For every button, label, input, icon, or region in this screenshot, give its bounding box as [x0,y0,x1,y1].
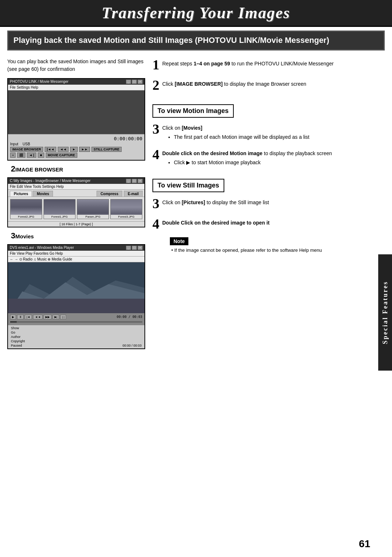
maximize-btn-2[interactable]: □ [132,179,137,183]
wmp-play-btn[interactable]: ▶ [10,315,16,319]
step-4-motion-text: Double click on the desired Motion image… [162,148,332,166]
rewind-start-btn[interactable]: |◄◄ [45,147,56,152]
step2-inline: 2 [11,164,15,173]
thumbnail-2[interactable]: Forest1.JPG [44,199,75,219]
rewind-btn[interactable]: ◄◄ [58,147,69,152]
wmp-stop-btn[interactable]: | | [60,315,66,319]
thumbnail-4[interactable]: Forest3.JPG [110,199,142,219]
sub-header: Playing back the saved Motion and Still … [7,31,385,51]
screenshot1-menu: File Settings Help [8,85,144,90]
minimize-btn[interactable]: _ [126,80,131,84]
wmp-menu-items: Show Go Author Copyright Paused 00:00 / … [8,325,144,348]
step-4-motion-label: Double click on the desired Motion image… [162,150,332,156]
thumbnail-1-label: Forest2.JPG [11,215,42,219]
wmp-next-btn[interactable]: ▶| [53,315,59,319]
close-btn[interactable]: × [138,80,143,84]
screenshot-wmp: DVS eries1.avi - Windows Media Player _ … [7,244,145,349]
extra-btn3[interactable]: ◄ | [27,153,36,158]
wmp-controls: ▶ ⏸ |◄ ◄◄ ▶▶ ▶| | | 00:00 / 00:03 [8,313,144,325]
movies-tab[interactable]: Movies [33,191,53,197]
wmp-pause-btn[interactable]: ⏸ [17,315,24,319]
maximize-btn-3[interactable]: □ [132,246,137,250]
screenshot2-menu: File Edit View Tools Settings Help [8,184,144,190]
play-btn[interactable]: ► [70,147,78,152]
special-features-sidebar: Special Features [378,254,392,371]
wmp-author: Author [11,335,142,339]
step-4-motion-block: 4 Double click on the desired Motion ima… [152,148,385,166]
thumbnail-4-label: Forest3.JPG [111,215,142,219]
step-2-number: 2 [152,78,159,92]
note-content: • If the image cannot be opened, please … [171,247,322,253]
page-title: Transferring Your Images [102,4,290,22]
ctrl-row-3: ▪ ⬛ ◄ | ■ MOVIE CAPTURE [10,153,142,158]
extra-btn4[interactable]: ■ [38,153,44,158]
screenshot2-titlebar: C:\My Images - ImageBrowser / Movie Mess… [8,178,144,184]
maximize-btn[interactable]: □ [132,80,137,84]
email-btn[interactable]: E-mail [124,191,143,197]
left-column: You can play back the saved Motion image… [7,58,145,353]
still-capture2-btn[interactable]: MOVIE CAPTURE [46,153,77,158]
still-capture-btn[interactable]: STILL CAPTURE [91,147,122,152]
ctrl-row-2: IMAGE BROWSER |◄◄ ◄◄ ► ►► STILL CAPTURE [10,147,142,152]
svg-rect-3 [8,299,144,313]
step-1-number: 1 [152,58,159,72]
wmp-ctrl-row: ▶ ⏸ |◄ ◄◄ ▶▶ ▶| | | 00:00 / 00:03 [10,315,142,319]
step-4-motion-bullets: Click ▶ to start Motion image playback [168,159,332,166]
wmp-prev-btn[interactable]: |◄ [25,315,32,319]
step-4-motion-number: 4 [152,148,159,161]
wmp-rw-btn[interactable]: ◄◄ [33,315,42,319]
step-2-text: Click [IMAGE BROWSER] to display the Ima… [162,78,306,88]
extra-btn1[interactable]: ▪ [10,153,16,158]
thumbnail-3-label: Param.JPG [77,215,109,219]
page-number: 61 [359,538,370,550]
step-2-content: Click [IMAGE BROWSER] to display the Ima… [162,81,306,87]
win-buttons-3: _ □ × [126,246,143,250]
close-btn-2[interactable]: × [138,179,143,183]
step-3-still-number: 3 [152,197,159,210]
screenshot1-title: PHOTOVU LINK / Movie Messenger [10,80,69,84]
section-still-heading: To view Still Images [152,173,385,197]
wmp-show: Show [11,326,142,330]
section-motion-title: To view Motion Images [152,104,234,118]
screenshot3-titlebar: DVS eries1.avi - Windows Media Player _ … [8,245,144,251]
close-btn-3[interactable]: × [138,246,143,250]
screenshot-imagebrowser: C:\My Images - ImageBrowser / Movie Mess… [7,177,145,227]
step-4-still-block: 4 Double Click on the desired image to o… [152,217,385,231]
step3-inline: 3 [11,231,15,240]
step-3-motion-bullets: The first part of each Motion image will… [168,133,310,141]
intro-text: You can play back the saved Motion image… [7,58,145,73]
step-4-still-number: 4 [152,217,159,231]
step-1-content: Repeat steps 1–4 on page 59 to run the P… [162,61,334,66]
compress-btn[interactable]: Compress [97,191,122,197]
minimize-btn-3[interactable]: _ [126,246,131,250]
thumbnail-2-label: Forest1.JPG [44,215,75,219]
thumbnail-1[interactable]: Forest2.JPG [10,199,42,219]
wmp-landscape-image [8,262,144,313]
pictures-tab[interactable]: Pictures [10,191,32,197]
input-value: USB [23,142,30,146]
step-3-motion-label: Click on [Movies] [162,125,202,131]
forward-btn[interactable]: ►► [79,147,90,152]
wmp-duration: 00:00 / 00:03 [122,344,142,347]
step-4-motion-bullet-1: Click ▶ to start Motion image playback [174,159,332,166]
sub-header-title: Playing back the saved Motion and Still … [13,35,379,46]
screenshot1-titlebar: PHOTOVU LINK / Movie Messenger _ □ × [8,79,144,85]
extra-btn2[interactable]: ⬛ [17,153,25,158]
screenshot1-label: 2IMAGE BROWSER [11,164,145,174]
screenshot2-label: 3Movies [11,231,145,241]
screenshot-photovu: PHOTOVU LINK / Movie Messenger _ □ × Fil… [7,78,145,161]
step-4-still-label: Double Click on the desired image to ope… [162,220,270,226]
right-column: 1 Repeat steps 1–4 on page 59 to run the… [152,58,385,353]
wmp-ff-btn[interactable]: ▶▶ [44,315,52,319]
thumbnail-3[interactable]: Param.JPG [77,199,109,219]
step-3-still-text: Click on [Pictures] to display the Still… [162,197,269,206]
wmp-timecode: 00:00 / 00:03 [117,315,142,319]
wmp-copyright: Copyright [11,339,142,343]
header-banner: Transferring Your Images [0,0,392,27]
step-4-still-text: Double Click on the desired image to ope… [162,217,270,227]
section-motion-heading: To view Motion Images [152,98,385,122]
timecode: 0:00:00:00 [10,136,142,141]
win-buttons-2: _ □ × [126,179,143,183]
minimize-btn-2[interactable]: _ [126,179,131,183]
image-browser-btn[interactable]: IMAGE BROWSER [10,147,43,152]
